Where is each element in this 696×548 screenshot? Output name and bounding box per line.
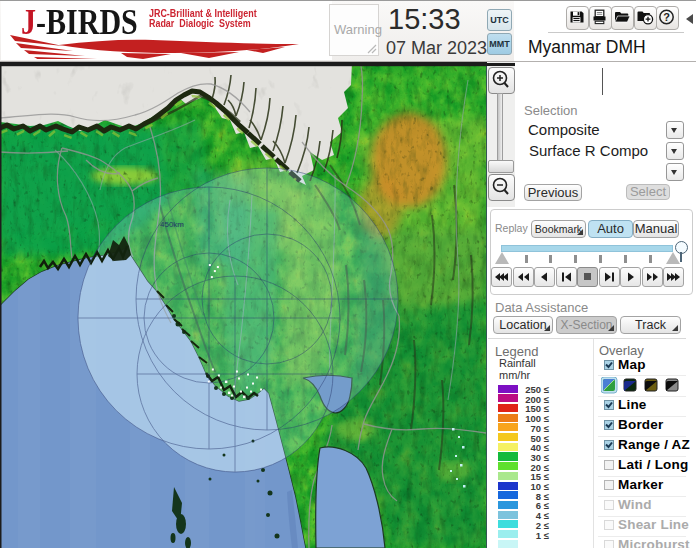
svg-text:450km: 450km bbox=[160, 220, 184, 229]
svg-text:?: ? bbox=[663, 11, 670, 23]
